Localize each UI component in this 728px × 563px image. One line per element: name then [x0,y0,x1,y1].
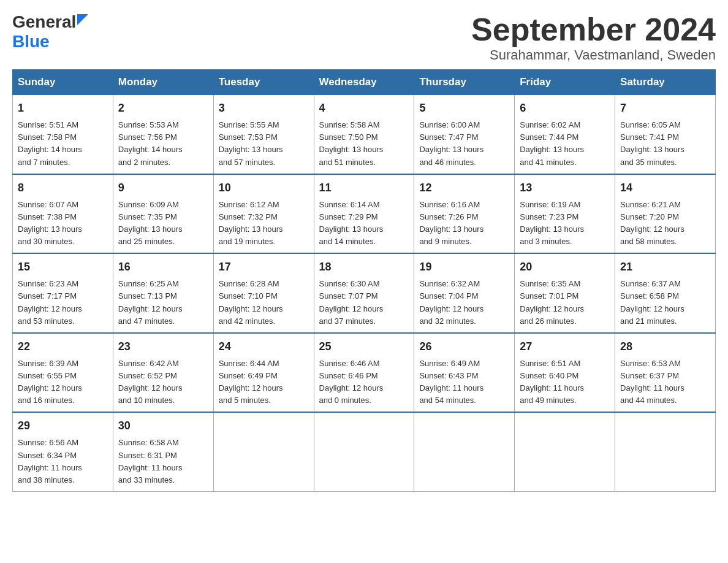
day-info: Sunrise: 6:58 AMSunset: 6:31 PMDaylight:… [118,438,183,484]
table-row: 15 Sunrise: 6:23 AMSunset: 7:17 PMDaylig… [13,253,113,333]
day-info: Sunrise: 5:51 AMSunset: 7:58 PMDaylight:… [18,120,82,166]
day-number: 25 [319,339,409,355]
day-number: 28 [620,339,710,355]
table-row: 26 Sunrise: 6:49 AMSunset: 6:43 PMDaylig… [414,333,515,413]
table-row: 10 Sunrise: 6:12 AMSunset: 7:32 PMDaylig… [213,174,314,254]
day-number: 11 [319,180,409,196]
table-row: 27 Sunrise: 6:51 AMSunset: 6:40 PMDaylig… [515,333,615,413]
table-row: 16 Sunrise: 6:25 AMSunset: 7:13 PMDaylig… [113,253,213,333]
day-number: 5 [419,100,509,117]
day-number: 8 [18,180,108,196]
day-info: Sunrise: 6:30 AMSunset: 7:07 PMDaylight:… [319,279,384,325]
table-row: 20 Sunrise: 6:35 AMSunset: 7:01 PMDaylig… [515,253,615,333]
day-number: 29 [18,418,108,434]
table-row: 3 Sunrise: 5:55 AMSunset: 7:53 PMDayligh… [213,95,314,174]
table-row: 19 Sunrise: 6:32 AMSunset: 7:04 PMDaylig… [414,253,515,333]
day-number: 20 [520,259,610,275]
table-row: 5 Sunrise: 6:00 AMSunset: 7:47 PMDayligh… [414,95,515,174]
day-info: Sunrise: 6:35 AMSunset: 7:01 PMDaylight:… [520,279,584,325]
day-number: 9 [118,180,208,196]
col-monday: Monday [113,70,213,95]
day-info: Sunrise: 6:28 AMSunset: 7:10 PMDaylight:… [219,279,283,325]
day-number: 27 [520,339,610,355]
day-info: Sunrise: 6:49 AMSunset: 6:43 PMDaylight:… [419,359,483,405]
day-info: Sunrise: 6:37 AMSunset: 6:58 PMDaylight:… [620,279,684,325]
month-title: September 2024 [471,12,716,47]
table-row: 1 Sunrise: 5:51 AMSunset: 7:58 PMDayligh… [13,95,113,174]
day-info: Sunrise: 6:25 AMSunset: 7:13 PMDaylight:… [118,279,183,325]
day-info: Sunrise: 6:14 AMSunset: 7:29 PMDaylight:… [319,200,384,246]
day-number: 3 [219,100,309,117]
day-number: 19 [419,259,509,275]
table-row: 29 Sunrise: 6:56 AMSunset: 6:34 PMDaylig… [13,412,113,491]
day-info: Sunrise: 6:44 AMSunset: 6:49 PMDaylight:… [219,359,283,405]
logo-arrow-icon [77,14,88,25]
day-number: 18 [319,259,409,275]
day-info: Sunrise: 6:07 AMSunset: 7:38 PMDaylight:… [18,200,82,246]
col-friday: Friday [515,70,615,95]
day-number: 21 [620,259,710,275]
title-block: September 2024 Surahammar, Vaestmanland,… [471,12,716,63]
day-info: Sunrise: 6:21 AMSunset: 7:20 PMDaylight:… [620,200,684,246]
day-info: Sunrise: 6:02 AMSunset: 7:44 PMDaylight:… [520,120,584,166]
table-row [615,412,716,491]
calendar-week-row: 29 Sunrise: 6:56 AMSunset: 6:34 PMDaylig… [13,412,716,491]
day-info: Sunrise: 6:12 AMSunset: 7:32 PMDaylight:… [219,200,283,246]
table-row: 17 Sunrise: 6:28 AMSunset: 7:10 PMDaylig… [213,253,314,333]
table-row: 23 Sunrise: 6:42 AMSunset: 6:52 PMDaylig… [113,333,213,413]
table-row: 11 Sunrise: 6:14 AMSunset: 7:29 PMDaylig… [314,174,414,254]
day-number: 30 [118,418,208,434]
calendar-header-row: Sunday Monday Tuesday Wednesday Thursday… [13,70,716,95]
calendar-week-row: 22 Sunrise: 6:39 AMSunset: 6:55 PMDaylig… [13,333,716,413]
col-thursday: Thursday [414,70,515,95]
table-row: 28 Sunrise: 6:53 AMSunset: 6:37 PMDaylig… [615,333,716,413]
calendar-week-row: 15 Sunrise: 6:23 AMSunset: 7:17 PMDaylig… [13,253,716,333]
day-number: 15 [18,259,108,275]
table-row [414,412,515,491]
day-number: 23 [118,339,208,355]
table-row: 8 Sunrise: 6:07 AMSunset: 7:38 PMDayligh… [13,174,113,254]
day-number: 24 [219,339,309,355]
day-info: Sunrise: 5:53 AMSunset: 7:56 PMDaylight:… [118,120,183,166]
col-saturday: Saturday [615,70,716,95]
day-number: 7 [620,100,710,117]
location-subtitle: Surahammar, Vaestmanland, Sweden [471,47,716,63]
day-info: Sunrise: 6:19 AMSunset: 7:23 PMDaylight:… [520,200,584,246]
day-number: 16 [118,259,208,275]
table-row: 12 Sunrise: 6:16 AMSunset: 7:26 PMDaylig… [414,174,515,254]
table-row: 9 Sunrise: 6:09 AMSunset: 7:35 PMDayligh… [113,174,213,254]
day-number: 17 [219,259,309,275]
day-number: 12 [419,180,509,196]
table-row [314,412,414,491]
day-info: Sunrise: 6:42 AMSunset: 6:52 PMDaylight:… [118,359,183,405]
table-row: 13 Sunrise: 6:19 AMSunset: 7:23 PMDaylig… [515,174,615,254]
table-row: 2 Sunrise: 5:53 AMSunset: 7:56 PMDayligh… [113,95,213,174]
day-info: Sunrise: 6:32 AMSunset: 7:04 PMDaylight:… [419,279,483,325]
table-row: 25 Sunrise: 6:46 AMSunset: 6:46 PMDaylig… [314,333,414,413]
day-info: Sunrise: 6:39 AMSunset: 6:55 PMDaylight:… [18,359,82,405]
day-info: Sunrise: 6:05 AMSunset: 7:41 PMDaylight:… [620,120,684,166]
day-info: Sunrise: 6:09 AMSunset: 7:35 PMDaylight:… [118,200,183,246]
day-number: 1 [18,100,108,117]
calendar-table: Sunday Monday Tuesday Wednesday Thursday… [12,69,716,492]
day-number: 2 [118,100,208,117]
day-info: Sunrise: 6:56 AMSunset: 6:34 PMDaylight:… [18,438,82,484]
logo-blue: Blue [12,32,88,52]
day-info: Sunrise: 6:00 AMSunset: 7:47 PMDaylight:… [419,120,483,166]
calendar-week-row: 1 Sunrise: 5:51 AMSunset: 7:58 PMDayligh… [13,95,716,174]
table-row: 22 Sunrise: 6:39 AMSunset: 6:55 PMDaylig… [13,333,113,413]
day-info: Sunrise: 6:16 AMSunset: 7:26 PMDaylight:… [419,200,483,246]
day-number: 10 [219,180,309,196]
day-info: Sunrise: 6:51 AMSunset: 6:40 PMDaylight:… [520,359,584,405]
table-row [213,412,314,491]
day-info: Sunrise: 6:46 AMSunset: 6:46 PMDaylight:… [319,359,384,405]
day-info: Sunrise: 6:53 AMSunset: 6:37 PMDaylight:… [620,359,684,405]
col-tuesday: Tuesday [213,70,314,95]
col-sunday: Sunday [13,70,113,95]
day-number: 26 [419,339,509,355]
day-number: 13 [520,180,610,196]
svg-marker-0 [77,14,88,25]
day-info: Sunrise: 5:58 AMSunset: 7:50 PMDaylight:… [319,120,384,166]
calendar-week-row: 8 Sunrise: 6:07 AMSunset: 7:38 PMDayligh… [13,174,716,254]
day-info: Sunrise: 6:23 AMSunset: 7:17 PMDaylight:… [18,279,82,325]
